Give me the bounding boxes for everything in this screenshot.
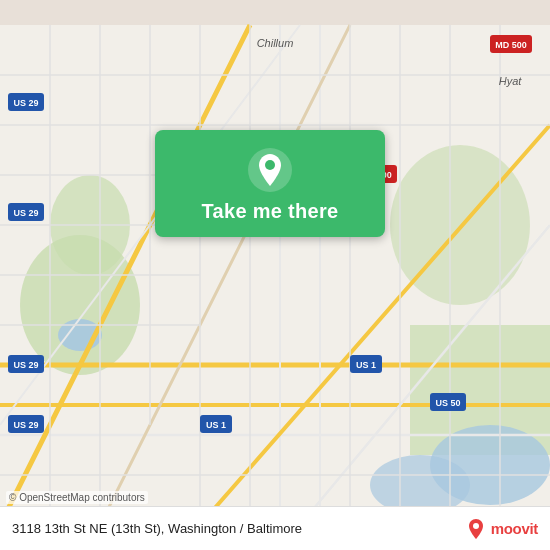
svg-text:US 29: US 29 bbox=[13, 420, 38, 430]
svg-text:Hyat: Hyat bbox=[499, 75, 523, 87]
svg-text:US 29: US 29 bbox=[13, 98, 38, 108]
bottom-bar: 3118 13th St NE (13th St), Washington / … bbox=[0, 506, 550, 550]
svg-text:US 1: US 1 bbox=[206, 420, 226, 430]
map-background: US 29 US 29 US 29 US 29 US 1 US 1 US 50 … bbox=[0, 0, 550, 550]
map-container: US 29 US 29 US 29 US 29 US 1 US 1 US 50 … bbox=[0, 0, 550, 550]
moovit-logo: moovit bbox=[465, 518, 538, 540]
svg-text:Chillum: Chillum bbox=[257, 37, 294, 49]
moovit-brand-label: moovit bbox=[491, 520, 538, 537]
take-me-there-card[interactable]: Take me there bbox=[155, 130, 385, 237]
svg-text:US 50: US 50 bbox=[435, 398, 460, 408]
svg-point-55 bbox=[265, 160, 275, 170]
location-pin-icon bbox=[248, 148, 292, 192]
moovit-pin-icon bbox=[465, 518, 487, 540]
address-label: 3118 13th St NE (13th St), Washington / … bbox=[12, 521, 465, 536]
take-me-there-label: Take me there bbox=[202, 200, 339, 223]
svg-point-56 bbox=[473, 523, 479, 529]
svg-text:MD 500: MD 500 bbox=[495, 40, 527, 50]
svg-text:US 29: US 29 bbox=[13, 208, 38, 218]
svg-text:US 1: US 1 bbox=[356, 360, 376, 370]
svg-text:US 29: US 29 bbox=[13, 360, 38, 370]
osm-attribution: © OpenStreetMap contributors bbox=[6, 491, 148, 504]
